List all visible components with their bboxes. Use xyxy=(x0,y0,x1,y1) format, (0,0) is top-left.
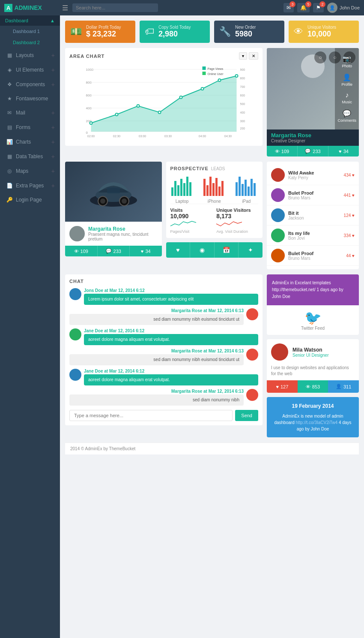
chat-social-row: CHAT Jons Doe at Mar 12, 2014 6:12 Lorem… xyxy=(65,274,359,437)
profile-action-btn[interactable]: 👤 Profile xyxy=(337,73,356,87)
comments-count-icon: 💬 xyxy=(305,148,311,154)
tweet-link[interactable]: http://t.co/3IaCV2iTw4 xyxy=(295,420,337,425)
chat-sender-4: Margarita Rose at Mar 12, 2014 6:13 xyxy=(69,349,244,353)
sidebar-item-login[interactable]: 🔑 Login Page xyxy=(0,193,60,207)
music-likes-2: 441 ♥ xyxy=(344,193,355,198)
svg-text:300: 300 xyxy=(240,120,245,123)
profile-circle-icon-1[interactable]: ○ xyxy=(314,51,326,63)
chat-input[interactable] xyxy=(69,410,233,421)
svg-rect-58 xyxy=(218,187,221,196)
sidebar-section-label: Dashboard xyxy=(5,18,28,23)
twitter-content: AdminEx in Excelant templates http://the… xyxy=(267,274,359,305)
copy-value: 2,980 xyxy=(158,30,205,39)
chat-sender-name-3: Jane Doe xyxy=(84,328,103,333)
action-btn-camera[interactable]: ◉ xyxy=(190,242,215,258)
flags-badge: 2 xyxy=(319,1,325,7)
sidebar-item-maps[interactable]: ◎ Maps + xyxy=(0,164,60,178)
comments-action-btn[interactable]: 💬 Comments xyxy=(337,109,356,123)
leads-bars-container: Laptop xyxy=(170,175,259,204)
unique-visitors-label: Unique Visitors xyxy=(216,208,258,213)
sidebar-item-components[interactable]: ❖ Components + xyxy=(0,77,60,92)
action-btn-star[interactable]: ✦ xyxy=(239,242,263,258)
svg-rect-47 xyxy=(174,181,176,196)
data-tables-label: Data Tables xyxy=(16,153,48,160)
profile-icon: 👤 xyxy=(343,73,351,81)
tweet-box: 19 February 2014 AdminEx is new model of… xyxy=(267,397,359,437)
action-btn-heart[interactable]: ♥ xyxy=(166,242,191,258)
sidebar-item-mail[interactable]: ✉ Mail + xyxy=(0,105,60,120)
pw-views-value: 853 xyxy=(312,384,320,389)
hamburger-icon[interactable]: ☰ xyxy=(62,4,68,12)
profile-widget-avatar xyxy=(271,343,288,361)
search-input[interactable] xyxy=(72,3,158,12)
chat-wrap-6: Margarita Rose at Mar 12, 2014 6:13 sed … xyxy=(69,389,244,406)
ui-elements-plus: + xyxy=(51,66,55,73)
unique-sparkline xyxy=(216,220,242,228)
svg-text:800: 800 xyxy=(86,81,92,84)
chart-close-btn[interactable]: ✕ xyxy=(249,52,258,60)
area-chart-box: AREA CHART ▾ ✕ 1000 800 600 400 200 xyxy=(65,48,263,146)
sidebar-item-dashboard1[interactable]: Dashboard 1 xyxy=(0,26,60,37)
chat-bubble-4: sed diam nonummy nibh euismod tincidunt … xyxy=(69,354,244,365)
sidebar-item-dashboard2[interactable]: Dashboard 2 xyxy=(0,37,60,48)
svg-point-18 xyxy=(201,87,204,90)
sidebar-item-data-tables[interactable]: ▦ Data Tables + xyxy=(0,149,60,164)
profile-widget-header: Mila Watson Senior UI Designer xyxy=(267,339,359,365)
sidebar-item-charts[interactable]: 📊 Charts + xyxy=(0,135,60,149)
chart-minimize-btn[interactable]: ▾ xyxy=(239,52,247,60)
person-desc: Praesent magna nunc, tincidunt pretium xyxy=(88,232,158,241)
notifications-btn[interactable]: 🔔5 xyxy=(297,3,310,12)
tweet-text: AdminEx is new model of admin dashboard … xyxy=(272,413,354,432)
svg-point-44 xyxy=(122,199,127,204)
app-name: ADMINEX xyxy=(14,4,42,11)
chat-time-5: at Mar 12, 2014 6:12 xyxy=(104,369,144,373)
extra-pages-icon: 📄 xyxy=(6,183,12,189)
music-action-btn[interactable]: ♪ Music xyxy=(337,91,356,104)
svg-rect-49 xyxy=(180,179,182,196)
fontawesome-icon: ★ xyxy=(6,96,12,102)
flags-btn[interactable]: ⚑2 xyxy=(313,3,324,12)
pw-likes-icon: ♥ xyxy=(276,384,279,389)
ipad-chart xyxy=(235,175,258,196)
svg-text:0: 0 xyxy=(86,131,88,135)
profile-widget-bio: I use to design websites and application… xyxy=(267,365,359,380)
chat-msg-1: Jons Doe at Mar 12, 2014 6:12 Lorem ipsu… xyxy=(69,288,258,305)
sidebar-item-layouts[interactable]: ▦ Layouts + xyxy=(0,48,60,63)
sidebar-item-forms[interactable]: ▤ Forms + xyxy=(0,120,60,135)
views-icon: 👁 xyxy=(275,149,280,154)
svg-rect-59 xyxy=(221,181,224,196)
chat-bubble-5: aoreet dolore magna aliquam erat volutpa… xyxy=(84,374,258,385)
notifications-badge: 5 xyxy=(305,1,311,7)
twitter-text-content: AdminEx in Excelant templates http://the… xyxy=(272,280,354,300)
music-item-2: Bulet Proof Bruno Mars 441 ♥ xyxy=(267,185,359,205)
sidebar-item-ui-elements[interactable]: ◈ UI Elements + xyxy=(0,63,60,77)
chat-wrap-1: Jons Doe at Mar 12, 2014 6:12 Lorem ipsu… xyxy=(84,288,258,305)
music-item-4: Its my life Bon Jovi 334 ♥ xyxy=(267,226,359,246)
action-btn-calendar[interactable]: 📅 xyxy=(215,242,239,258)
chat-send-btn[interactable]: Send xyxy=(235,410,258,421)
profile-stat-likes: ♥ 34 xyxy=(328,146,359,156)
svg-rect-54 xyxy=(206,185,209,196)
chat-input-row: Send xyxy=(69,410,258,421)
twitter-feed-box: 🐦 Twitter Feed xyxy=(267,305,359,335)
pages-visit-label: Pages/Visit xyxy=(170,229,212,234)
svg-rect-50 xyxy=(183,183,185,196)
mail-btn[interactable]: ✉3 xyxy=(283,3,294,12)
mail-nav-icon: ✉ xyxy=(6,110,12,116)
laptop-bars: Laptop xyxy=(170,175,194,204)
orders-info: New Order 5980 xyxy=(235,25,279,39)
sidebar-item-fontawesome[interactable]: ★ Fontawesome xyxy=(0,92,60,105)
copy-label: Copy Sold Today xyxy=(158,25,205,30)
chat-avatar-1 xyxy=(69,288,81,300)
iphone-label: iPhone xyxy=(203,199,226,204)
car-svg xyxy=(84,175,143,209)
charts-plus: + xyxy=(51,138,55,145)
photo-action-btn[interactable]: 📷 Photo xyxy=(337,55,356,68)
chat-sender-6: Margarita Rose at Mar 12, 2014 6:13 xyxy=(69,389,244,394)
music-info-1: Wild Awake Katy Perry xyxy=(288,170,340,180)
music-likes-5: 44 ♥ xyxy=(346,253,355,258)
sidebar-item-extra-pages[interactable]: 📄 Extra Pages + xyxy=(0,178,60,193)
components-icon: ❖ xyxy=(6,81,12,87)
chat-avatar-3 xyxy=(69,328,81,340)
username: John Doe xyxy=(340,5,360,10)
